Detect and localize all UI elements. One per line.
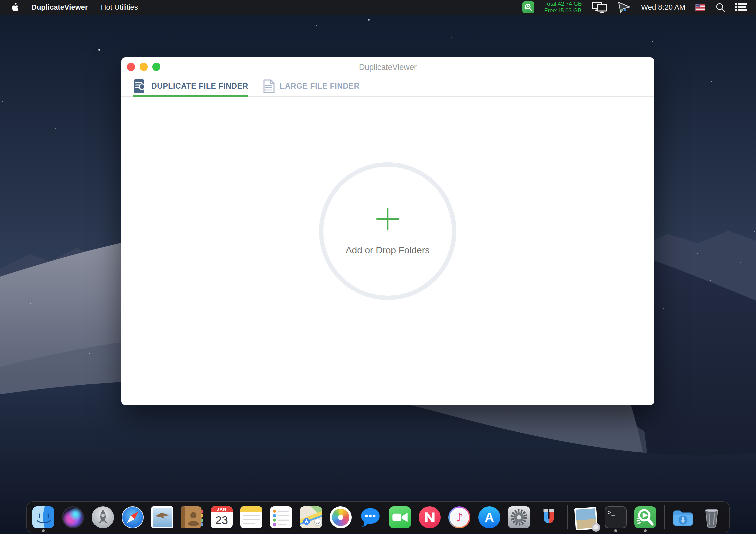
itunes-note-glyph: ♪	[450, 508, 469, 527]
dock-item-mail[interactable]	[151, 503, 174, 531]
dock-item-contacts[interactable]	[181, 503, 203, 531]
menubar-app-name[interactable]: DuplicateViewer	[31, 3, 88, 12]
running-indicator	[614, 529, 617, 532]
menubar-menu-hot-utilities[interactable]: Hot Utilities	[101, 3, 138, 12]
dock-item-terminal[interactable]: >_	[604, 503, 627, 531]
dock-item-pictures[interactable]	[575, 503, 597, 531]
window-titlebar[interactable]: DuplicateViewer	[121, 57, 654, 76]
dock-item-reminders[interactable]	[270, 503, 293, 531]
reminders-icon	[270, 506, 292, 528]
tab-large-file-finder[interactable]: LARGE FILE FINDER	[263, 76, 360, 96]
trash-icon	[702, 506, 724, 528]
dock-item-finder[interactable]	[32, 503, 55, 531]
terminal-prompt: >_	[608, 509, 615, 516]
tab-label: DUPLICATE FILE FINDER	[151, 82, 248, 91]
spotlight-search-icon[interactable]	[715, 2, 725, 12]
menu-bar: DuplicateViewer Hot Utilities Total:42.7…	[0, 0, 756, 15]
siri-icon	[62, 506, 84, 528]
dropzone-label: Add or Drop Folders	[346, 245, 430, 256]
duplicateviewer-dock-icon	[634, 506, 656, 528]
dock-item-system-preferences[interactable]	[508, 503, 530, 531]
dock-item-app-store[interactable]: A	[478, 503, 501, 531]
messages-icon	[359, 506, 381, 528]
dock: JAN 23 3D	[26, 501, 730, 533]
dock-separator	[567, 505, 568, 529]
menubar-clock[interactable]: Wed 8:20 AM	[641, 3, 685, 12]
launchpad-icon	[92, 506, 114, 528]
dock-item-maps[interactable]: 3D	[300, 503, 322, 531]
dock-item-trash[interactable]	[701, 503, 724, 531]
dock-item-photos[interactable]	[329, 503, 352, 531]
tab-bar: DUPLICATE FILE FINDER LARGE FILE FINDER	[121, 76, 654, 97]
terminal-icon: >_	[605, 506, 627, 528]
dock-item-safari[interactable]	[121, 503, 144, 531]
task-list-menu-icon[interactable]	[735, 3, 747, 12]
mail-icon	[151, 506, 173, 528]
dock-item-itunes[interactable]: ♪	[448, 503, 471, 531]
dock-item-facetime[interactable]	[389, 503, 411, 531]
system-preferences-icon	[508, 506, 530, 528]
running-indicator	[644, 529, 647, 532]
duplicate-finder-doc-search-icon	[133, 79, 147, 94]
plus-icon	[376, 207, 400, 231]
news-icon	[419, 506, 441, 528]
app-store-icon: A	[478, 506, 500, 528]
dock-item-launchpad[interactable]	[91, 503, 114, 531]
dock-item-notes[interactable]	[240, 503, 263, 531]
tab-label: LARGE FILE FINDER	[280, 82, 360, 91]
app-store-letter: A	[485, 510, 494, 525]
calendar-icon: JAN 23	[211, 506, 233, 528]
add-folders-dropzone[interactable]: Add or Drop Folders	[319, 162, 456, 300]
disk-space-status[interactable]: Total:42.74 GB Free:15.03 GB	[544, 1, 582, 14]
safari-icon	[122, 506, 144, 528]
dock-item-duplicateviewer[interactable]	[634, 503, 657, 531]
duplicateviewer-window: DuplicateViewer DUPLICATE FILE FINDER LA…	[121, 57, 654, 405]
apple-menu-icon[interactable]	[11, 3, 19, 12]
duplicateviewer-status-icon[interactable]	[522, 1, 534, 13]
running-indicator	[42, 529, 45, 532]
large-finder-doc-icon	[263, 79, 275, 94]
pictures-icon	[574, 507, 598, 530]
tab-duplicate-file-finder[interactable]: DUPLICATE FILE FINDER	[133, 76, 248, 96]
input-language-flag-icon[interactable]	[695, 4, 705, 11]
window-title: DuplicateViewer	[121, 62, 654, 72]
cursor-tool-menu-icon[interactable]	[618, 1, 631, 13]
dock-item-magnet[interactable]	[537, 503, 560, 531]
dock-separator	[664, 505, 665, 529]
disk-free-label: Free:15.03 GB	[544, 7, 582, 14]
contacts-icon	[181, 506, 203, 528]
notes-icon	[240, 506, 262, 528]
itunes-icon: ♪	[448, 506, 470, 528]
photos-icon	[330, 506, 352, 528]
magnet-icon	[538, 506, 560, 528]
calendar-month: JAN	[211, 506, 233, 512]
displays-menu-icon[interactable]	[592, 2, 608, 13]
maps-icon: 3D	[300, 506, 322, 528]
dock-item-siri[interactable]	[62, 503, 84, 531]
dock-item-downloads[interactable]	[672, 503, 694, 531]
downloads-folder-icon	[672, 506, 694, 528]
calendar-day: 23	[211, 512, 233, 528]
maps-3d-label: 3D	[316, 521, 320, 524]
facetime-icon	[389, 506, 411, 528]
dock-item-messages[interactable]	[359, 503, 382, 531]
finder-icon	[32, 506, 54, 528]
desktop: DuplicateViewer Hot Utilities Total:42.7…	[0, 0, 756, 534]
dock-item-news[interactable]	[418, 503, 441, 531]
dock-item-calendar[interactable]: JAN 23	[210, 503, 233, 531]
disk-total-label: Total:42.74 GB	[544, 1, 582, 7]
